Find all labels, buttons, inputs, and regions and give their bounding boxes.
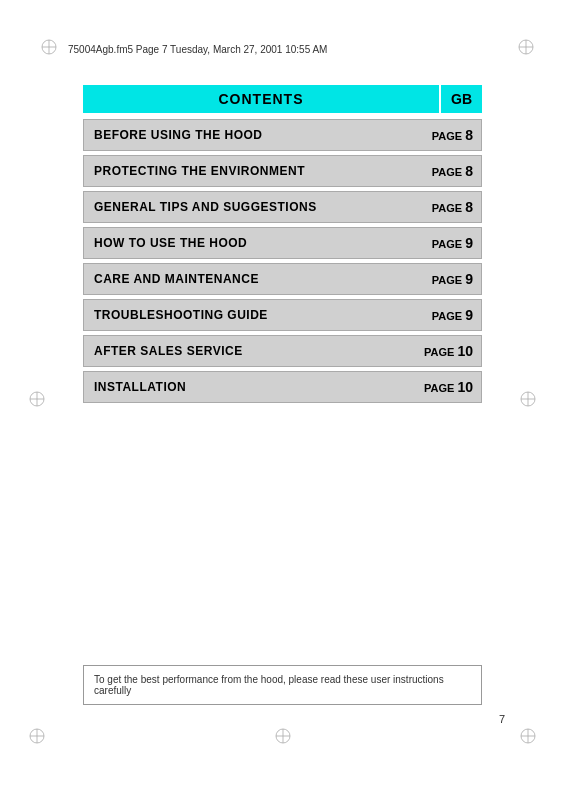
toc-row-label: TROUBLESHOOTING GUIDE: [84, 301, 421, 329]
page-number: 7: [499, 713, 505, 725]
toc-row-page-num: 9: [465, 271, 473, 287]
toc-row-page-num: 10: [457, 343, 473, 359]
toc-row-page-num: 9: [465, 307, 473, 323]
contents-title: CONTENTS: [83, 85, 439, 113]
toc-row-page: PAGE 10: [416, 372, 481, 402]
toc-row: INSTALLATIONPAGE 10: [83, 371, 482, 403]
toc-row-page: PAGE 9: [421, 228, 481, 258]
toc-row-page: PAGE 8: [421, 120, 481, 150]
contents-gb-label: GB: [441, 85, 482, 113]
toc-row-page: PAGE 10: [416, 336, 481, 366]
toc-row-label: INSTALLATION: [84, 373, 416, 401]
page: 75004Agb.fm5 Page 7 Tuesday, March 27, 2…: [0, 0, 565, 800]
toc-row-page: PAGE 9: [421, 300, 481, 330]
toc-row-page-num: 8: [465, 163, 473, 179]
toc-row-page: PAGE 8: [421, 192, 481, 222]
toc-row: HOW TO USE THE HOODPAGE 9: [83, 227, 482, 259]
toc-row-label: GENERAL TIPS AND SUGGESTIONS: [84, 193, 421, 221]
crosshair-top-right: [517, 38, 535, 56]
crosshair-bottom-left: [28, 727, 46, 745]
toc-row: AFTER SALES SERVICEPAGE 10: [83, 335, 482, 367]
content-area: CONTENTS GB BEFORE USING THE HOODPAGE 8P…: [83, 85, 482, 407]
toc-row: CARE AND MAINTENANCEPAGE 9: [83, 263, 482, 295]
header-text: 75004Agb.fm5 Page 7 Tuesday, March 27, 2…: [68, 44, 327, 55]
crosshair-top-left: [40, 38, 58, 56]
contents-header: CONTENTS GB: [83, 85, 482, 113]
toc-row: PROTECTING THE ENVIRONMENTPAGE 8: [83, 155, 482, 187]
toc-row-page: PAGE 8: [421, 156, 481, 186]
toc-row-page-num: 8: [465, 127, 473, 143]
toc-row-label: PROTECTING THE ENVIRONMENT: [84, 157, 421, 185]
crosshair-middle-left: [28, 390, 46, 408]
footer-note-text: To get the best performance from the hoo…: [94, 674, 444, 696]
toc-row: TROUBLESHOOTING GUIDEPAGE 9: [83, 299, 482, 331]
footer-note-box: To get the best performance from the hoo…: [83, 665, 482, 705]
toc-row-page: PAGE 9: [421, 264, 481, 294]
toc-row-label: CARE AND MAINTENANCE: [84, 265, 421, 293]
toc-row-page-num: 10: [457, 379, 473, 395]
toc-row-page-num: 8: [465, 199, 473, 215]
toc-row-label: AFTER SALES SERVICE: [84, 337, 416, 365]
toc-row-label: BEFORE USING THE HOOD: [84, 121, 421, 149]
toc-row-page-num: 9: [465, 235, 473, 251]
toc-row-label: HOW TO USE THE HOOD: [84, 229, 421, 257]
toc-row: GENERAL TIPS AND SUGGESTIONSPAGE 8: [83, 191, 482, 223]
toc-table: BEFORE USING THE HOODPAGE 8PROTECTING TH…: [83, 119, 482, 403]
crosshair-middle-right: [519, 390, 537, 408]
toc-row: BEFORE USING THE HOODPAGE 8: [83, 119, 482, 151]
crosshair-bottom-middle: [274, 727, 292, 745]
crosshair-bottom-right: [519, 727, 537, 745]
